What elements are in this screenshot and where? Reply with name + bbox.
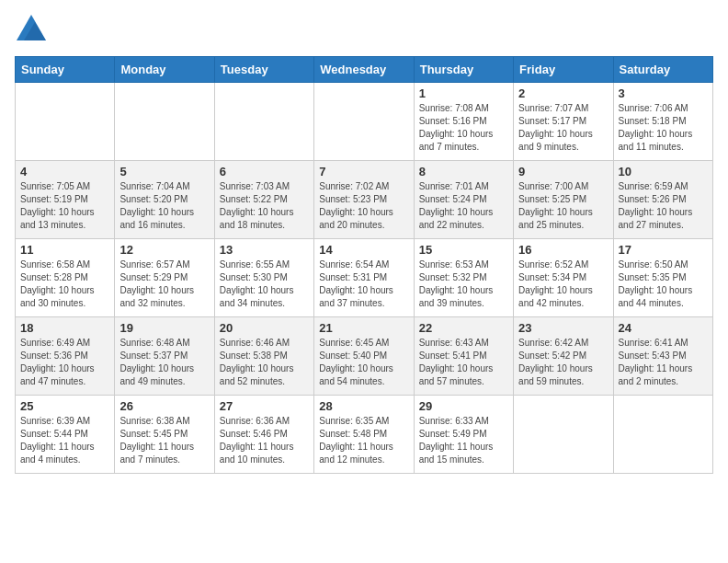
day-info: Sunrise: 6:39 AMSunset: 5:44 PMDaylight:… bbox=[20, 415, 109, 466]
calendar-day-header: Thursday bbox=[414, 57, 513, 83]
calendar-cell: 2Sunrise: 7:07 AMSunset: 5:17 PMDaylight… bbox=[514, 83, 613, 161]
day-info: Sunrise: 7:05 AMSunset: 5:19 PMDaylight:… bbox=[20, 180, 109, 232]
calendar-cell: 29Sunrise: 6:33 AMSunset: 5:49 PMDayligh… bbox=[414, 396, 513, 474]
calendar-cell: 4Sunrise: 7:05 AMSunset: 5:19 PMDaylight… bbox=[16, 161, 115, 239]
calendar-day-header: Saturday bbox=[613, 57, 712, 83]
day-number: 21 bbox=[319, 321, 408, 335]
day-info: Sunrise: 6:54 AMSunset: 5:31 PMDaylight:… bbox=[319, 259, 408, 310]
day-number: 22 bbox=[419, 321, 508, 335]
logo-text bbox=[15, 15, 46, 45]
day-number: 29 bbox=[419, 399, 508, 413]
day-number: 28 bbox=[319, 399, 408, 413]
calendar-day-header: Wednesday bbox=[314, 57, 414, 83]
calendar-cell: 13Sunrise: 6:55 AMSunset: 5:30 PMDayligh… bbox=[214, 239, 313, 317]
day-number: 23 bbox=[518, 321, 608, 335]
day-info: Sunrise: 7:06 AMSunset: 5:18 PMDaylight:… bbox=[619, 102, 708, 154]
calendar-cell: 10Sunrise: 6:59 AMSunset: 5:26 PMDayligh… bbox=[613, 161, 712, 239]
calendar-cell: 5Sunrise: 7:04 AMSunset: 5:20 PMDaylight… bbox=[115, 161, 214, 239]
day-info: Sunrise: 6:55 AMSunset: 5:30 PMDaylight:… bbox=[220, 259, 309, 310]
day-number: 4 bbox=[20, 165, 109, 178]
day-number: 13 bbox=[220, 243, 309, 257]
calendar-cell: 25Sunrise: 6:39 AMSunset: 5:44 PMDayligh… bbox=[16, 396, 115, 474]
day-number: 24 bbox=[619, 321, 708, 335]
calendar-header-row: SundayMondayTuesdayWednesdayThursdayFrid… bbox=[16, 57, 713, 83]
day-number: 7 bbox=[319, 165, 408, 178]
calendar-cell: 21Sunrise: 6:45 AMSunset: 5:40 PMDayligh… bbox=[314, 317, 414, 396]
calendar-cell: 26Sunrise: 6:38 AMSunset: 5:45 PMDayligh… bbox=[115, 396, 214, 474]
day-info: Sunrise: 7:07 AMSunset: 5:17 PMDaylight:… bbox=[518, 102, 608, 154]
calendar-cell bbox=[16, 83, 115, 161]
calendar-week-row: 4Sunrise: 7:05 AMSunset: 5:19 PMDaylight… bbox=[16, 161, 713, 239]
calendar-cell: 28Sunrise: 6:35 AMSunset: 5:48 PMDayligh… bbox=[314, 396, 414, 474]
calendar-week-row: 11Sunrise: 6:58 AMSunset: 5:28 PMDayligh… bbox=[16, 239, 713, 317]
day-number: 11 bbox=[20, 243, 109, 257]
calendar-cell: 23Sunrise: 6:42 AMSunset: 5:42 PMDayligh… bbox=[514, 317, 613, 396]
calendar-cell: 24Sunrise: 6:41 AMSunset: 5:43 PMDayligh… bbox=[613, 317, 712, 396]
day-number: 3 bbox=[619, 86, 708, 100]
day-info: Sunrise: 6:45 AMSunset: 5:40 PMDaylight:… bbox=[319, 337, 408, 388]
day-info: Sunrise: 6:43 AMSunset: 5:41 PMDaylight:… bbox=[419, 337, 508, 388]
calendar-week-row: 18Sunrise: 6:49 AMSunset: 5:36 PMDayligh… bbox=[16, 317, 713, 396]
day-info: Sunrise: 7:01 AMSunset: 5:24 PMDaylight:… bbox=[419, 180, 508, 232]
day-number: 27 bbox=[220, 399, 309, 413]
day-info: Sunrise: 6:59 AMSunset: 5:26 PMDaylight:… bbox=[619, 180, 708, 232]
day-number: 5 bbox=[119, 165, 209, 178]
day-info: Sunrise: 6:58 AMSunset: 5:28 PMDaylight:… bbox=[20, 259, 109, 310]
day-info: Sunrise: 7:04 AMSunset: 5:20 PMDaylight:… bbox=[119, 180, 209, 232]
day-number: 18 bbox=[20, 321, 109, 335]
day-info: Sunrise: 6:53 AMSunset: 5:32 PMDaylight:… bbox=[419, 259, 508, 310]
day-info: Sunrise: 7:03 AMSunset: 5:22 PMDaylight:… bbox=[220, 180, 309, 232]
calendar-cell: 20Sunrise: 6:46 AMSunset: 5:38 PMDayligh… bbox=[214, 317, 313, 396]
day-info: Sunrise: 6:41 AMSunset: 5:43 PMDaylight:… bbox=[619, 337, 708, 388]
calendar-cell: 6Sunrise: 7:03 AMSunset: 5:22 PMDaylight… bbox=[214, 161, 313, 239]
calendar-cell bbox=[214, 83, 313, 161]
day-number: 6 bbox=[220, 165, 309, 178]
day-number: 15 bbox=[419, 243, 508, 257]
calendar-cell: 9Sunrise: 7:00 AMSunset: 5:25 PMDaylight… bbox=[514, 161, 613, 239]
day-number: 25 bbox=[20, 399, 109, 413]
day-number: 8 bbox=[419, 165, 508, 178]
calendar-day-header: Friday bbox=[514, 57, 613, 83]
day-number: 19 bbox=[119, 321, 209, 335]
calendar-cell: 16Sunrise: 6:52 AMSunset: 5:34 PMDayligh… bbox=[514, 239, 613, 317]
calendar-week-row: 25Sunrise: 6:39 AMSunset: 5:44 PMDayligh… bbox=[16, 396, 713, 474]
day-number: 1 bbox=[419, 86, 508, 100]
day-info: Sunrise: 6:35 AMSunset: 5:48 PMDaylight:… bbox=[319, 415, 408, 466]
calendar-cell bbox=[613, 396, 712, 474]
calendar-cell bbox=[314, 83, 414, 161]
day-info: Sunrise: 6:48 AMSunset: 5:37 PMDaylight:… bbox=[119, 337, 209, 388]
day-number: 26 bbox=[119, 399, 209, 413]
calendar-cell: 27Sunrise: 6:36 AMSunset: 5:46 PMDayligh… bbox=[214, 396, 313, 474]
day-number: 16 bbox=[518, 243, 608, 257]
day-info: Sunrise: 6:38 AMSunset: 5:45 PMDaylight:… bbox=[119, 415, 209, 466]
calendar-cell: 3Sunrise: 7:06 AMSunset: 5:18 PMDaylight… bbox=[613, 83, 712, 161]
day-info: Sunrise: 6:46 AMSunset: 5:38 PMDaylight:… bbox=[220, 337, 309, 388]
calendar-cell: 17Sunrise: 6:50 AMSunset: 5:35 PMDayligh… bbox=[613, 239, 712, 317]
calendar-cell: 22Sunrise: 6:43 AMSunset: 5:41 PMDayligh… bbox=[414, 317, 513, 396]
day-info: Sunrise: 7:02 AMSunset: 5:23 PMDaylight:… bbox=[319, 180, 408, 232]
calendar-cell: 18Sunrise: 6:49 AMSunset: 5:36 PMDayligh… bbox=[16, 317, 115, 396]
day-number: 14 bbox=[319, 243, 408, 257]
day-info: Sunrise: 6:42 AMSunset: 5:42 PMDaylight:… bbox=[518, 337, 608, 388]
day-number: 17 bbox=[619, 243, 708, 257]
calendar-cell: 14Sunrise: 6:54 AMSunset: 5:31 PMDayligh… bbox=[314, 239, 414, 317]
day-info: Sunrise: 6:49 AMSunset: 5:36 PMDaylight:… bbox=[20, 337, 109, 388]
day-number: 9 bbox=[518, 165, 608, 178]
calendar-cell bbox=[514, 396, 613, 474]
day-number: 12 bbox=[119, 243, 209, 257]
calendar-cell: 8Sunrise: 7:01 AMSunset: 5:24 PMDaylight… bbox=[414, 161, 513, 239]
calendar-day-header: Tuesday bbox=[214, 57, 313, 83]
day-info: Sunrise: 6:33 AMSunset: 5:49 PMDaylight:… bbox=[419, 415, 508, 466]
calendar-day-header: Sunday bbox=[16, 57, 115, 83]
day-number: 20 bbox=[220, 321, 309, 335]
calendar-cell: 12Sunrise: 6:57 AMSunset: 5:29 PMDayligh… bbox=[115, 239, 214, 317]
logo bbox=[15, 15, 46, 45]
day-info: Sunrise: 6:52 AMSunset: 5:34 PMDaylight:… bbox=[518, 259, 608, 310]
calendar-cell: 1Sunrise: 7:08 AMSunset: 5:16 PMDaylight… bbox=[414, 83, 513, 161]
day-number: 2 bbox=[518, 86, 608, 100]
calendar-week-row: 1Sunrise: 7:08 AMSunset: 5:16 PMDaylight… bbox=[16, 83, 713, 161]
calendar-cell bbox=[115, 83, 214, 161]
day-info: Sunrise: 7:00 AMSunset: 5:25 PMDaylight:… bbox=[518, 180, 608, 232]
day-number: 10 bbox=[619, 165, 708, 178]
calendar-cell: 11Sunrise: 6:58 AMSunset: 5:28 PMDayligh… bbox=[16, 239, 115, 317]
